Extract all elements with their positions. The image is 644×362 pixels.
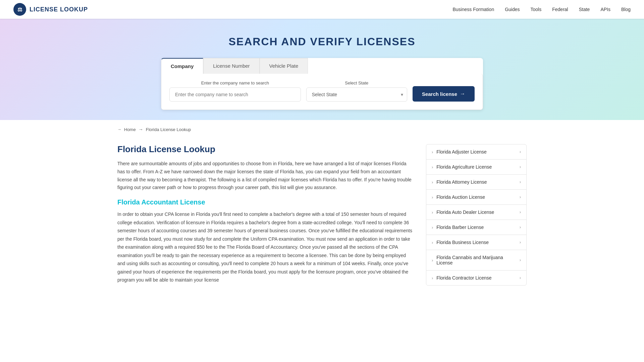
search-container: Company License Number Vehicle Plate Ent… — [161, 58, 483, 110]
breadcrumb-current: Florida License Lookup — [146, 127, 191, 132]
chevron-right-icon: › — [432, 225, 433, 230]
search-row: Enter the company name to search Select … — [169, 80, 475, 102]
search-button[interactable]: Search license → — [413, 86, 475, 102]
section-body: In order to obtain your CPA license in F… — [117, 210, 413, 284]
sidebar-item-label: Florida Barber License — [436, 225, 484, 230]
nav-item-blog[interactable]: Blog — [621, 7, 631, 12]
sidebar: › Florida Adjuster License › › Florida A… — [426, 137, 527, 298]
breadcrumb-wrap: → Home → Florida License Lookup — [104, 120, 540, 132]
chevron-right-icon: › — [520, 276, 521, 280]
sidebar-item-adjuster[interactable]: › Florida Adjuster License › — [426, 144, 526, 160]
nav-item-state[interactable]: State — [579, 7, 590, 12]
sidebar-item-label: Florida Contractor License — [436, 275, 491, 281]
chevron-right-icon: › — [432, 276, 433, 281]
company-label: Enter the company name to search — [169, 80, 301, 85]
sidebar-item-label: Florida Auto Dealer License — [436, 209, 494, 215]
sidebar-item-cannabis[interactable]: › Florida Cannabis and Marijuana License… — [426, 250, 526, 270]
breadcrumb-arrow-icon: → — [117, 127, 121, 132]
search-tabs: Company License Number Vehicle Plate — [161, 58, 483, 74]
chevron-right-icon: › — [520, 195, 521, 199]
arrow-right-icon: → — [460, 91, 465, 97]
sidebar-list: › Florida Adjuster License › › Florida A… — [426, 144, 527, 286]
sidebar-item-contractor[interactable]: › Florida Contractor License › — [426, 270, 526, 285]
sidebar-item-label: Florida Business License — [436, 240, 489, 245]
tab-company[interactable]: Company — [161, 58, 203, 74]
logo-text: LICENSE LOOKUP — [30, 6, 88, 13]
search-button-label: Search license — [422, 91, 457, 97]
navbar: ⚖ LICENSE LOOKUP Business Formation Guid… — [0, 0, 644, 19]
state-field: Select State Select State Alabama Alaska… — [306, 80, 407, 102]
chevron-right-icon: › — [432, 195, 433, 200]
chevron-right-icon: › — [520, 149, 521, 154]
article: Florida License Lookup There are surmoun… — [117, 137, 413, 298]
sidebar-item-business[interactable]: › Florida Business License › — [426, 235, 526, 250]
hero-section: SEARCH AND VERIFY LICENSES Company Licen… — [0, 19, 644, 120]
nav-item-apis[interactable]: APIs — [600, 7, 610, 12]
article-title: Florida License Lookup — [117, 144, 413, 155]
chevron-right-icon: › — [432, 258, 433, 263]
sidebar-item-auto-dealer[interactable]: › Florida Auto Dealer License › — [426, 205, 526, 220]
hero-title: SEARCH AND VERIFY LICENSES — [13, 36, 631, 48]
search-body: Enter the company name to search Select … — [161, 74, 483, 110]
chevron-right-icon: › — [520, 180, 521, 184]
sidebar-item-barber[interactable]: › Florida Barber License › — [426, 220, 526, 235]
nav-links: Business Formation Guides Tools Federal … — [452, 7, 631, 12]
chevron-right-icon: › — [432, 210, 433, 215]
chevron-right-icon: › — [520, 258, 521, 262]
sidebar-item-agriculture[interactable]: › Florida Agriculture License › — [426, 160, 526, 175]
chevron-right-icon: › — [520, 210, 521, 215]
breadcrumb: → Home → Florida License Lookup — [117, 127, 527, 132]
nav-item-federal[interactable]: Federal — [552, 7, 568, 12]
chevron-right-icon: › — [520, 225, 521, 230]
logo[interactable]: ⚖ LICENSE LOOKUP — [13, 3, 88, 16]
sidebar-item-auction[interactable]: › Florida Auction License › — [426, 190, 526, 205]
state-select-wrap: Select State Alabama Alaska Arizona Flor… — [306, 87, 407, 102]
sidebar-item-label: Florida Agriculture License — [436, 164, 492, 170]
chevron-right-icon: › — [432, 180, 433, 185]
sidebar-item-label: Florida Attorney License — [436, 179, 487, 185]
company-input[interactable] — [169, 87, 301, 102]
chevron-right-icon: › — [432, 165, 433, 170]
tab-license-number[interactable]: License Number — [203, 58, 259, 74]
chevron-right-icon: › — [432, 149, 433, 155]
state-select[interactable]: Select State Alabama Alaska Arizona Flor… — [306, 87, 407, 102]
nav-item-business[interactable]: Business Formation — [452, 7, 494, 12]
breadcrumb-separator-icon: → — [139, 127, 143, 132]
nav-item-guides[interactable]: Guides — [505, 7, 520, 12]
sidebar-item-attorney[interactable]: › Florida Attorney License › — [426, 175, 526, 190]
main-content: Florida License Lookup There are surmoun… — [104, 137, 540, 298]
article-intro: There are surmountable amounts of jobs a… — [117, 160, 413, 192]
chevron-right-icon: › — [520, 240, 521, 245]
sidebar-item-label: Florida Auction License — [436, 194, 485, 200]
section-title: Florida Accountant License — [117, 198, 413, 206]
nav-item-tools[interactable]: Tools — [531, 7, 542, 12]
breadcrumb-home[interactable]: Home — [124, 127, 136, 132]
sidebar-item-label: Florida Adjuster License — [436, 149, 486, 155]
state-label: Select State — [306, 80, 407, 85]
sidebar-item-label: Florida Cannabis and Marijuana License — [436, 255, 520, 265]
chevron-right-icon: › — [520, 165, 521, 169]
logo-icon: ⚖ — [13, 3, 26, 16]
company-field: Enter the company name to search — [169, 80, 301, 102]
chevron-right-icon: › — [432, 240, 433, 245]
tab-vehicle-plate[interactable]: Vehicle Plate — [260, 58, 308, 74]
